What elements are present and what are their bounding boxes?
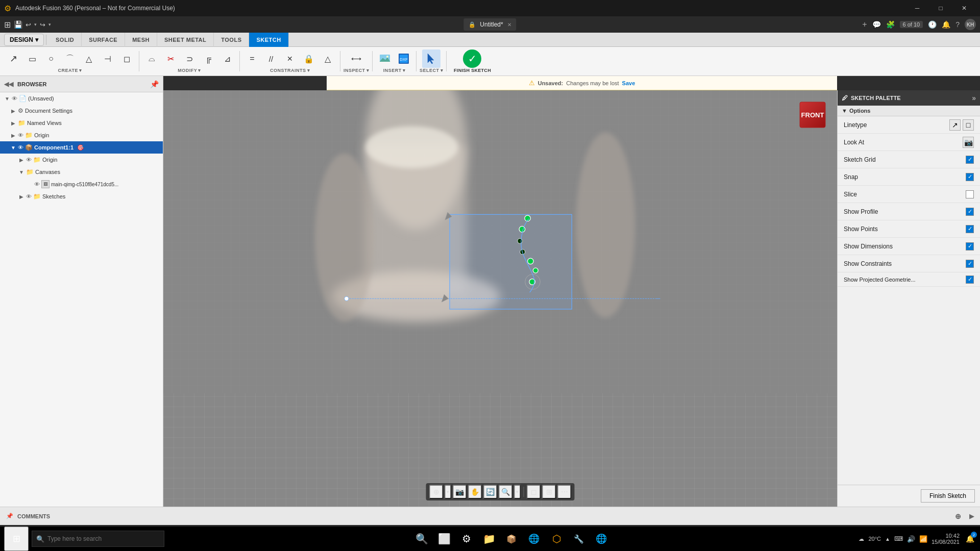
- tree-item-canvas-img[interactable]: ▶ 👁 🖼 main-qimg-c510f8e471dcd5...: [0, 178, 163, 190]
- linetype-right-button[interactable]: □: [963, 119, 974, 131]
- coincident-constraint[interactable]: =: [243, 49, 261, 68]
- design-button[interactable]: DESIGN ▾: [4, 34, 44, 46]
- sidebar-collapse-left[interactable]: ◀◀: [4, 81, 13, 88]
- clock-icon[interactable]: 🕐: [928, 20, 937, 29]
- tab-sketch[interactable]: SKETCH: [249, 33, 288, 47]
- add-tab-button[interactable]: +: [862, 20, 867, 29]
- tab-tools[interactable]: TOOLS: [214, 33, 249, 47]
- tree-item-doc-settings[interactable]: ▶ ⚙ Document Settings: [0, 105, 163, 117]
- tab-surface[interactable]: SURFACE: [82, 33, 125, 47]
- search-bar[interactable]: 🔍: [32, 531, 164, 547]
- select-tool[interactable]: [422, 49, 440, 68]
- maximize-button[interactable]: □: [929, 0, 952, 16]
- mirror-tool[interactable]: ⊿: [218, 49, 236, 68]
- doc-tab-close[interactable]: ✕: [507, 22, 511, 28]
- snap-dropdown-button[interactable]: ▾: [445, 485, 452, 499]
- count-badge[interactable]: 6 of 10: [900, 21, 923, 28]
- bell-icon[interactable]: 🔔: [942, 20, 950, 29]
- taskbar-icon-winrar[interactable]: 📦: [501, 529, 522, 549]
- snap-checkbox[interactable]: ✓: [966, 173, 974, 181]
- tree-item-root[interactable]: ▼ 👁 📄 (Unsaved): [0, 92, 163, 105]
- tree-item-component1[interactable]: ▼ 👁 📦 Component1:1 🎯: [0, 141, 163, 154]
- viewport-menu-button[interactable]: ⋯: [557, 485, 572, 499]
- taskbar-icon-task-view[interactable]: ⬜: [434, 529, 454, 549]
- search-input[interactable]: [47, 535, 160, 542]
- view-cube[interactable]: FRONT: [792, 94, 833, 135]
- redo-dropdown[interactable]: ▾: [48, 22, 51, 27]
- grid-button[interactable]: ⊞: [542, 485, 556, 499]
- arc-tool[interactable]: ⌒: [61, 49, 79, 68]
- redo-button[interactable]: ↪: [40, 21, 45, 29]
- capture-position-button[interactable]: 📷: [453, 485, 467, 499]
- tray-sound-icon[interactable]: 🔊: [907, 535, 915, 543]
- taskbar-icon-app-dark[interactable]: 🔧: [569, 529, 589, 549]
- tray-up-arrow-icon[interactable]: ▲: [885, 536, 890, 542]
- taskbar-icon-chrome2[interactable]: 🌐: [591, 529, 611, 549]
- eye-component-icon[interactable]: 👁: [18, 144, 23, 151]
- tab-sheet-metal[interactable]: SHEET METAL: [157, 33, 214, 47]
- grid-menu-icon[interactable]: ⊞: [4, 20, 11, 30]
- show-dimensions-checkbox[interactable]: ✓: [966, 242, 974, 251]
- tree-item-named-views[interactable]: ▶ 📁 Named Views: [0, 117, 163, 129]
- rectangle-tool[interactable]: ▭: [23, 49, 41, 68]
- comments-add-button[interactable]: ⊕: [955, 512, 961, 520]
- eye-sketches-icon[interactable]: 👁: [26, 193, 32, 199]
- collinear-constraint[interactable]: //: [262, 49, 280, 68]
- eye-canvas-icon[interactable]: 👁: [34, 181, 40, 187]
- tree-item-origin[interactable]: ▶ 👁 📁 Origin: [0, 129, 163, 141]
- save-qa-button[interactable]: 💾: [14, 20, 22, 29]
- extend-tool[interactable]: ⊃: [180, 49, 199, 68]
- display-mode-button[interactable]: ◻: [527, 485, 541, 499]
- perpendicular-constraint[interactable]: ✕: [281, 49, 299, 68]
- undo-dropdown[interactable]: ▾: [34, 22, 37, 27]
- finish-sketch-button[interactable]: ✓ FINISH SKETCH: [450, 48, 495, 74]
- taskbar-icon-folder[interactable]: 📁: [479, 529, 499, 549]
- snap-toggle-button[interactable]: ⊕: [429, 485, 444, 499]
- chat-icon[interactable]: 💬: [872, 20, 881, 29]
- taskbar-icon-settings[interactable]: ⚙: [456, 529, 477, 549]
- close-button[interactable]: ✕: [952, 0, 976, 16]
- linetype-left-button[interactable]: ↗: [949, 119, 961, 131]
- tree-item-canvases[interactable]: ▼ 📁 Canvases: [0, 166, 163, 178]
- pan-button[interactable]: ✋: [468, 485, 482, 499]
- eye-icon[interactable]: 👁: [12, 95, 17, 102]
- polygon-tool[interactable]: △: [80, 49, 98, 68]
- undo-button[interactable]: ↩: [26, 21, 31, 29]
- start-button[interactable]: ⊞: [4, 527, 29, 551]
- palette-expand-button[interactable]: »: [972, 94, 976, 102]
- zoom-dropdown-button[interactable]: ▾: [514, 485, 521, 499]
- taskbar-icon-chrome1[interactable]: 🌐: [524, 529, 544, 549]
- extension-icon[interactable]: 🧩: [886, 20, 895, 29]
- sketch-grid-checkbox[interactable]: ✓: [966, 156, 974, 164]
- orbit-button[interactable]: 🔄: [483, 485, 498, 499]
- palette-options-header[interactable]: ▼ Options: [838, 106, 980, 116]
- help-icon[interactable]: ?: [955, 20, 960, 29]
- tree-item-sketches[interactable]: ▶ 👁 📁 Sketches: [0, 190, 163, 203]
- eye-origin2-icon[interactable]: 👁: [26, 157, 32, 163]
- save-button[interactable]: Save: [622, 80, 635, 86]
- taskbar-icon-explorer[interactable]: 🔍: [411, 529, 432, 549]
- minimize-button[interactable]: ─: [905, 0, 929, 16]
- lock-constraint[interactable]: 🔒: [300, 49, 318, 68]
- tab-solid[interactable]: SOLID: [48, 33, 82, 47]
- look-at-button[interactable]: 📷: [963, 137, 974, 148]
- zoom-button[interactable]: 🔍: [499, 485, 513, 499]
- slice-checkbox[interactable]: [966, 190, 974, 198]
- circle-tool[interactable]: ○: [42, 49, 60, 68]
- doc-tab-title[interactable]: Untitled*: [480, 21, 503, 28]
- offset-tool[interactable]: ⊣: [99, 49, 117, 68]
- show-points-checkbox[interactable]: ✓: [966, 225, 974, 233]
- clock-display[interactable]: 10:42 15/08/2021: [932, 533, 960, 545]
- show-constraints-checkbox[interactable]: ✓: [966, 260, 974, 268]
- line-tool[interactable]: ↗: [4, 49, 22, 68]
- tab-mesh[interactable]: MESH: [125, 33, 157, 47]
- break-tool[interactable]: ╔: [199, 49, 217, 68]
- insert-image-tool[interactable]: [376, 49, 394, 68]
- avatar[interactable]: KH: [965, 19, 976, 30]
- sidebar-pin[interactable]: 📌: [150, 80, 159, 88]
- tree-item-origin2[interactable]: ▶ 👁 📁 Origin: [0, 154, 163, 166]
- insert-dxf-tool[interactable]: DXF: [395, 49, 413, 68]
- comments-collapse-button[interactable]: ▶: [969, 513, 974, 520]
- dimension-tool[interactable]: ⟷: [347, 49, 365, 68]
- point-tool[interactable]: ◻: [117, 49, 136, 68]
